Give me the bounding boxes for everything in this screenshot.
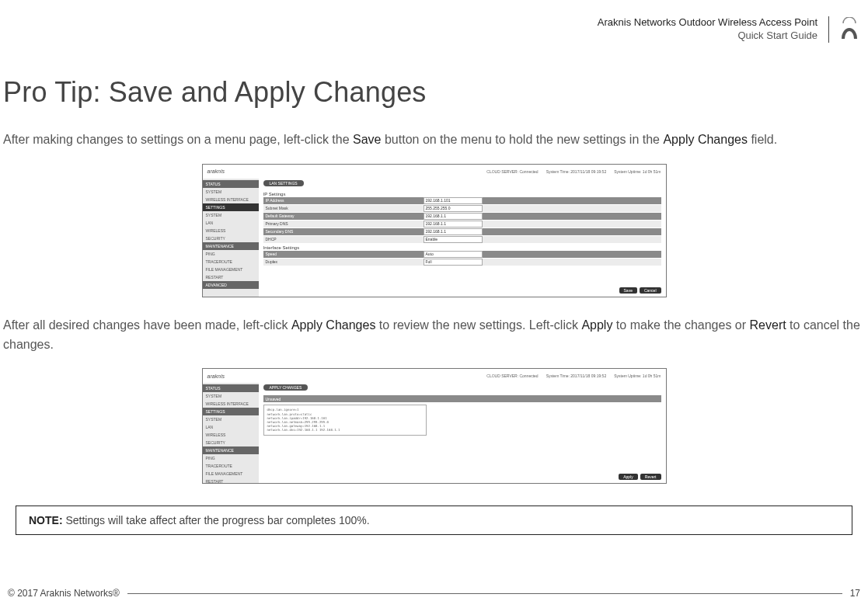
apply-button[interactable]: Apply — [619, 474, 638, 480]
sc2-side-item[interactable]: SYSTEM — [203, 415, 259, 423]
sc1-page-pill: LAN SETTINGS — [263, 180, 304, 186]
sc1-side-item[interactable]: SYSTEM — [203, 211, 259, 219]
note-callout: NOTE: Settings will take affect after th… — [16, 506, 852, 535]
sc1-side-item[interactable]: LAN — [203, 219, 259, 227]
sc2-side-item[interactable]: RESTART — [203, 478, 259, 484]
sc1-section-iface: Interface Settings — [263, 245, 661, 250]
sc1-side-status[interactable]: STATUS — [203, 180, 259, 188]
sc2-brand: araknis — [207, 373, 225, 379]
product-name: Araknis Networks Outdoor Wireless Access… — [598, 16, 817, 30]
paragraph-2: After all desired changes have been made… — [3, 316, 865, 355]
sc2-uptime: System Uptime: 1d 0h 51m — [614, 373, 661, 378]
sc1-side-item[interactable]: PING — [203, 250, 259, 258]
dhcp-input[interactable]: Enable — [424, 236, 483, 243]
page-number: 17 — [850, 588, 860, 599]
sc2-side-item[interactable]: WIRELESS INTERFACE — [203, 400, 259, 408]
doc-header: Araknis Networks Outdoor Wireless Access… — [0, 14, 868, 45]
sc2-side-item[interactable]: TRACEROUTE — [203, 462, 259, 470]
sc1-side-settings[interactable]: SETTINGS — [203, 203, 259, 211]
sc1-side-item[interactable]: WIRELESS INTERFACE — [203, 196, 259, 203]
note-text: Settings will take affect after the prog… — [63, 514, 370, 526]
sc1-side-item[interactable]: RESTART — [203, 273, 259, 281]
sc1-brand: araknis — [207, 169, 225, 174]
sc1-sidebar: STATUS SYSTEM WIRELESS INTERFACE SETTING… — [203, 179, 259, 297]
sc1-side-item[interactable]: WIRELESS — [203, 227, 259, 235]
sc1-side-item[interactable]: FILE MANAGEMENT — [203, 266, 259, 273]
sc1-side-item[interactable]: SECURITY — [203, 235, 259, 242]
cancel-button[interactable]: Cancel — [640, 287, 661, 294]
sc1-system-time: System Time: 2017/11/18 09:19:52 — [546, 169, 607, 174]
page-title: Pro Tip: Save and Apply Changes — [0, 76, 868, 109]
sc2-side-maint[interactable]: MAINTENANCE — [203, 446, 259, 454]
screenshot-lan-settings: araknis CLOUD SERVER: Connected System T… — [202, 164, 667, 297]
sc1-side-item[interactable]: TRACEROUTE — [203, 258, 259, 266]
sc2-page-pill: APPLY CHANGES — [263, 384, 309, 391]
sc2-side-item[interactable]: FILE MANAGEMENT — [203, 470, 259, 478]
doc-header-text: Araknis Networks Outdoor Wireless Access… — [598, 16, 829, 43]
paragraph-1: After making changes to settings on a me… — [3, 130, 865, 150]
unsaved-label: Unsaved — [266, 397, 281, 401]
sc1-side-item[interactable]: SYSTEM — [203, 188, 259, 196]
save-button[interactable]: Save — [619, 287, 637, 294]
screenshot-apply-changes: araknis CLOUD SERVER: Connected System T… — [202, 368, 667, 484]
dns1-input[interactable]: 192.168.1.1 — [424, 221, 483, 228]
revert-button[interactable]: Revert — [640, 474, 661, 480]
subnet-input[interactable]: 255.255.255.0 — [424, 205, 483, 212]
sc2-side-item[interactable]: SECURITY — [203, 439, 259, 446]
sc1-uptime: System Uptime: 1d 0h 51m — [614, 169, 661, 174]
gateway-input[interactable]: 192.168.1.1 — [424, 213, 483, 220]
speed-input[interactable]: Auto — [424, 251, 483, 258]
sc1-side-maint[interactable]: MAINTENANCE — [203, 242, 259, 250]
ip-address-input[interactable]: 192.168.1.101 — [424, 197, 483, 204]
doc-type: Quick Start Guide — [598, 30, 817, 43]
sc2-side-status[interactable]: STATUS — [203, 384, 259, 392]
sc2-side-item[interactable]: PING — [203, 454, 259, 462]
sc2-side-settings[interactable]: SETTINGS — [203, 408, 259, 415]
sc1-section-ip: IP Settings — [263, 192, 661, 196]
sc1-side-adv[interactable]: ADVANCED — [203, 281, 259, 289]
brand-logo-icon — [838, 17, 860, 42]
duplex-input[interactable]: Full — [424, 259, 483, 266]
sc2-cloud-status: CLOUD SERVER: Connected — [486, 373, 538, 378]
dns2-input[interactable]: 192.168.1.1 — [424, 228, 483, 235]
copyright: © 2017 Araknis Networks® — [8, 588, 120, 599]
sc2-side-item[interactable]: LAN — [203, 423, 259, 431]
sc1-cloud-status: CLOUD SERVER: Connected — [486, 169, 538, 174]
footer-rule — [127, 593, 842, 594]
sc2-side-item[interactable]: SYSTEM — [203, 392, 259, 400]
page-footer: © 2017 Araknis Networks® 17 — [0, 588, 868, 599]
note-label: NOTE: — [29, 514, 63, 526]
sc2-sidebar: STATUS SYSTEM WIRELESS INTERFACE SETTING… — [203, 383, 259, 483]
sc2-system-time: System Time: 2017/11/18 09:19:52 — [546, 373, 607, 378]
sc2-side-item[interactable]: WIRELESS — [203, 431, 259, 439]
unsaved-changes-text: dhcp.lan.ignore=1 network.lan.proto=stat… — [263, 405, 427, 435]
